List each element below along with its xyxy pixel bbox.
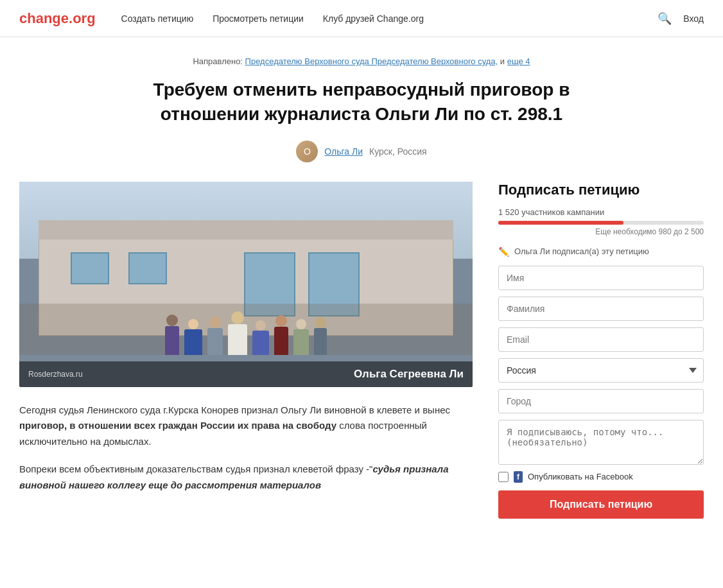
- sign-panel: Подписать петицию 1 520 участников кампа…: [498, 182, 704, 519]
- pencil-icon: ✏️: [498, 246, 509, 257]
- directed-to-and: и: [500, 56, 507, 66]
- last-name-input[interactable]: [498, 297, 704, 321]
- submit-button[interactable]: Подписать петицию: [498, 490, 704, 519]
- author-avatar: О: [296, 141, 318, 162]
- author-row: О Ольга Ли Курск, Россия: [19, 141, 704, 162]
- main-nav: Создать петицию Просмотреть петиции Клуб…: [121, 13, 658, 24]
- progress-bar-track: [498, 221, 704, 225]
- image-watermark: Rosderzhava.ru: [28, 370, 83, 379]
- page-wrapper: Направлено: Председателю Верховного суда…: [0, 37, 723, 544]
- sign-form: Россия США Германия Другая f Опубликоват…: [498, 266, 704, 519]
- body-para1-bold: приговор, в отношении всех граждан Росси…: [19, 420, 336, 431]
- body-para1-text: Сегодня судья Ленинского суда г.Курска К…: [19, 404, 450, 415]
- body-paragraph-1: Сегодня судья Ленинского суда г.Курска К…: [19, 402, 473, 450]
- facebook-icon: f: [514, 471, 523, 483]
- signed-note-text: Ольга Ли подписал(а) эту петицию: [514, 246, 649, 256]
- petition-title: Требуем отменить неправосудный приговор …: [130, 78, 593, 126]
- petition-body: Сегодня судья Ленинского суда г.Курска К…: [19, 402, 473, 494]
- left-column: Rosderzhava.ru Ольга Сегреевна Ли Сегодн…: [19, 182, 473, 505]
- country-select[interactable]: Россия США Германия Другая: [498, 358, 704, 383]
- site-logo[interactable]: change.org: [19, 10, 96, 27]
- login-button[interactable]: Вход: [683, 13, 704, 24]
- directed-to-link2[interactable]: еще 4: [507, 56, 530, 66]
- progress-bar-fill: [498, 221, 623, 225]
- nav-club[interactable]: Клуб друзей Change.org: [323, 13, 424, 24]
- facebook-checkbox[interactable]: [498, 472, 509, 482]
- right-column: Подписать петицию 1 520 участников кампа…: [498, 182, 704, 519]
- city-input[interactable]: [498, 389, 704, 413]
- first-name-input[interactable]: [498, 266, 704, 290]
- header-actions: 🔍 Вход: [658, 12, 704, 26]
- petition-image: Rosderzhava.ru Ольга Сегреевна Ли: [19, 182, 473, 387]
- progress-label: Еще необходимо 980 до 2 500: [498, 227, 704, 236]
- participants-count: 1 520 участников кампании: [498, 207, 704, 217]
- directed-to: Направлено: Председателю Верховного суда…: [19, 56, 704, 66]
- search-button[interactable]: 🔍: [658, 12, 672, 26]
- search-icon: 🔍: [658, 12, 672, 25]
- image-caption: Ольга Сегреевна Ли: [354, 368, 464, 381]
- author-name[interactable]: Ольга Ли: [324, 146, 363, 157]
- reason-textarea[interactable]: [498, 420, 704, 465]
- site-header: change.org Создать петицию Просмотреть п…: [0, 0, 723, 37]
- body-para2-start: Вопреки всем объективным доказательствам…: [19, 463, 372, 474]
- facebook-label: Опубликовать на Facebook: [528, 472, 633, 481]
- directed-to-link1[interactable]: Председателю Верховного суда Председател…: [245, 56, 498, 66]
- sign-panel-title: Подписать петицию: [498, 182, 704, 198]
- two-col-layout: Rosderzhava.ru Ольга Сегреевна Ли Сегодн…: [19, 182, 704, 519]
- author-location: Курск, Россия: [369, 146, 427, 157]
- signed-note: ✏️ Ольга Ли подписал(а) эту петицию: [498, 246, 704, 257]
- body-paragraph-2: Вопреки всем объективным доказательствам…: [19, 462, 473, 494]
- nav-create-petition[interactable]: Создать петицию: [121, 13, 194, 24]
- directed-to-prefix: Направлено:: [193, 56, 243, 66]
- facebook-row: f Опубликовать на Facebook: [498, 471, 704, 483]
- email-input[interactable]: [498, 327, 704, 352]
- nav-browse-petitions[interactable]: Просмотреть петиции: [213, 13, 304, 24]
